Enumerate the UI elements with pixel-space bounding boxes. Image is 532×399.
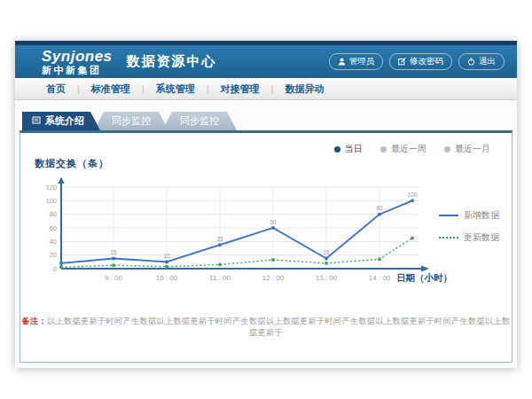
x-axis-title: 日期（小时） xyxy=(396,272,452,284)
time-range-filter: 当日 最近一周 最近一月 xyxy=(334,143,490,155)
logout-button[interactable]: 退出 xyxy=(458,53,505,70)
nav-item-standard-mgmt[interactable]: 标准管理 xyxy=(80,82,142,96)
svg-text:15: 15 xyxy=(323,249,330,255)
legend-item-updated-data: 更新数据 xyxy=(439,231,499,244)
tab-sync-monitor-2[interactable]: 同步监控 xyxy=(162,112,237,130)
app-header: Synjones 新中新集团 数据资源中心 管理员 修改密码 退出 xyxy=(15,45,517,78)
tab-strip: 系统介绍 同步监控 同步监控 xyxy=(22,112,237,130)
radio-dot-icon xyxy=(380,146,387,153)
footnote-prefix: 备注： xyxy=(22,317,48,325)
footnote-text: 以上数据更新于时间产生数据以上数据更新于时间产生数据以上数据更新于时间产生数据以… xyxy=(47,317,511,337)
tab-sync-monitor-1[interactable]: 同步监控 xyxy=(94,112,168,130)
filter-last-week-label: 最近一周 xyxy=(391,143,426,155)
admin-user-label: 管理员 xyxy=(349,56,375,67)
svg-text:15: 15 xyxy=(110,249,117,255)
tab-label: 同步监控 xyxy=(180,114,219,128)
legend-label: 新增数据 xyxy=(464,209,499,222)
filter-last-month-label: 最近一月 xyxy=(455,143,490,155)
svg-text:10: 10 xyxy=(163,253,170,259)
svg-text:9 : 00: 9 : 00 xyxy=(105,274,123,282)
nav-item-docking-mgmt[interactable]: 对接管理 xyxy=(209,82,271,96)
svg-text:80: 80 xyxy=(50,210,57,218)
logo-subtext: 新中新集团 xyxy=(42,66,113,75)
logout-label: 退出 xyxy=(479,56,496,67)
svg-text:13 : 00: 13 : 00 xyxy=(316,274,338,282)
change-password-label: 修改密码 xyxy=(410,56,443,67)
line-chart-svg: 日期（小时） 0204060801001209 : 0010 : 0011 : … xyxy=(33,176,460,293)
svg-text:11 : 00: 11 : 00 xyxy=(209,274,231,282)
svg-text:60: 60 xyxy=(50,224,57,232)
main-nav: 首页 | 标准管理 | 系统管理 | 对接管理 | 数据异动 xyxy=(15,78,517,100)
svg-text:40: 40 xyxy=(50,238,57,246)
svg-text:12 : 00: 12 : 00 xyxy=(262,274,285,282)
chart-legend: 新增数据 更新数据 xyxy=(439,209,499,244)
company-logo: Synjones 新中新集团 xyxy=(42,49,113,75)
svg-text:100: 100 xyxy=(45,197,57,205)
svg-text:14 : 00: 14 : 00 xyxy=(369,274,391,282)
nav-item-home[interactable]: 首页 xyxy=(35,82,77,96)
radio-dot-icon xyxy=(444,146,450,153)
radio-dot-icon xyxy=(334,146,340,153)
svg-text:60: 60 xyxy=(270,219,277,225)
page-title: 数据资源中心 xyxy=(127,53,217,70)
content-area: 系统介绍 同步监控 同步监控 当日 最近一周 xyxy=(15,101,517,368)
svg-text:20: 20 xyxy=(50,251,57,259)
line-chart: 日期（小时） 0204060801001209 : 0010 : 0011 : … xyxy=(33,176,460,293)
header-actions: 管理员 修改密码 退出 xyxy=(329,53,505,70)
document-icon xyxy=(32,116,41,127)
green-dotted-sample-icon xyxy=(439,237,458,239)
legend-label: 更新数据 xyxy=(464,231,499,244)
tab-label: 系统介绍 xyxy=(45,114,84,128)
user-icon xyxy=(338,58,346,66)
filter-today-label: 当日 xyxy=(345,143,363,155)
logo-text: Synjones xyxy=(42,49,113,64)
nav-item-data-change[interactable]: 数据异动 xyxy=(273,82,335,96)
blue-line-sample-icon xyxy=(439,215,458,216)
power-icon xyxy=(467,58,475,66)
edit-icon xyxy=(398,58,406,66)
filter-today[interactable]: 当日 xyxy=(334,143,363,155)
tab-label: 同步监控 xyxy=(112,114,151,128)
svg-text:80: 80 xyxy=(376,205,383,211)
svg-text:10 : 00: 10 : 00 xyxy=(156,274,178,282)
svg-text:120: 120 xyxy=(45,184,57,192)
svg-text:35: 35 xyxy=(216,236,223,242)
nav-item-system-mgmt[interactable]: 系统管理 xyxy=(145,82,207,96)
tab-system-intro[interactable]: 系统介绍 xyxy=(22,112,100,130)
legend-item-new-data: 新增数据 xyxy=(439,209,499,222)
footnote: 备注：以上数据更新于时间产生数据以上数据更新于时间产生数据以上数据更新于时间产生… xyxy=(20,316,512,339)
filter-last-month[interactable]: 最近一月 xyxy=(444,143,490,155)
app-window: Synjones 新中新集团 数据资源中心 管理员 修改密码 退出 xyxy=(15,41,517,368)
filter-last-week[interactable]: 最近一周 xyxy=(380,143,426,155)
svg-text:100: 100 xyxy=(408,192,418,198)
tab-content-panel: 当日 最近一周 最近一月 数据交换（条） 日期（小时） 020406080100… xyxy=(20,130,512,363)
svg-text:0: 0 xyxy=(53,265,57,273)
y-axis-title: 数据交换（条） xyxy=(35,157,109,170)
admin-user-button[interactable]: 管理员 xyxy=(329,53,384,70)
change-password-button[interactable]: 修改密码 xyxy=(389,53,452,70)
